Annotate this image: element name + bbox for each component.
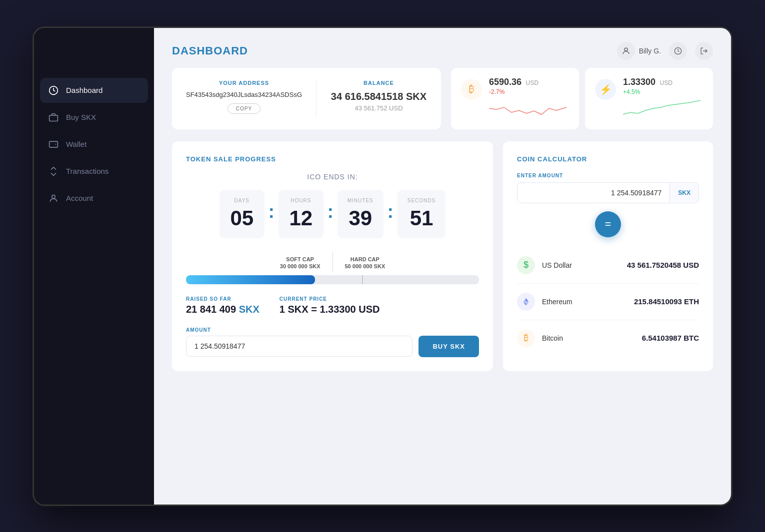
coin-calc-title: COIN CALCULATOR <box>517 155 699 163</box>
account-icon <box>48 193 59 204</box>
soft-cap-label: SOFT CAP <box>280 256 320 262</box>
ico-label: ICO ENDS IN: <box>186 173 479 181</box>
raised-value: 21 841 409 SKX <box>186 304 260 315</box>
minutes-value: 39 <box>348 206 374 230</box>
amount-input-wrap <box>186 336 412 357</box>
dashboard-icon <box>48 85 59 96</box>
separator-3: : <box>388 201 394 222</box>
enter-amount-label: ENTER AMOUNT <box>517 173 699 178</box>
soft-cap-value: 30 000 000 SKX <box>280 263 320 269</box>
address-balance-card: YOUR ADDRESS SF43543sdg2340JLsdas34234AS… <box>172 68 441 129</box>
raised-label: RAISED SO FAR <box>186 296 260 302</box>
btc-price: 6590.36 USD <box>489 77 569 87</box>
hard-cap-label: HARD CAP <box>345 256 386 262</box>
svg-rect-2 <box>50 141 58 147</box>
btc-icon: ₿ <box>461 79 482 100</box>
clock-btn[interactable] <box>669 42 687 60</box>
usd-value: 43 561.7520458 USD <box>627 261 699 269</box>
sidebar-item-wallet[interactable]: Wallet <box>40 132 148 157</box>
sidebar-item-account[interactable]: Account <box>40 186 148 211</box>
header-actions: Billy G. <box>617 42 713 60</box>
btc-currency: USD <box>526 79 538 86</box>
calc-usd-row: $ US Dollar 43 561.7520458 USD <box>517 247 699 284</box>
eth-name: Ethereum <box>542 298 627 306</box>
username: Billy G. <box>639 47 661 55</box>
progress-divider <box>362 275 363 284</box>
address-value: SF43543sdg2340JLsdas34234ASDSsG <box>186 91 302 98</box>
main-content: DASHBOARD Billy G. <box>154 28 731 505</box>
balance-skx: 34 616.5841518 SKX <box>331 91 426 102</box>
skx-currency: USD <box>660 79 672 86</box>
price-label: CURRENT PRICE <box>280 296 380 302</box>
balance-usd: 43 561.752 USD <box>330 104 427 112</box>
user-info: Billy G. <box>617 42 661 60</box>
sidebar-label-account: Account <box>66 194 93 202</box>
page-title: DASHBOARD <box>172 44 248 57</box>
coin-calculator-card: COIN CALCULATOR ENTER AMOUNT SKX = $ US … <box>503 141 713 371</box>
address-section: YOUR ADDRESS SF43543sdg2340JLsdas34234AS… <box>186 80 316 117</box>
usd-name: US Dollar <box>542 261 620 269</box>
progress-fill <box>186 275 315 284</box>
progress-area: SOFT CAP 30 000 000 SKX HARD CAP 50 000 … <box>186 252 479 284</box>
svg-point-3 <box>52 195 56 198</box>
countdown: DAYS 05 : HOURS 12 : MINUTES 39 <box>186 190 479 238</box>
skx-amount: 1.33300 <box>623 77 656 87</box>
sidebar-item-buy-skx[interactable]: Buy SKX <box>40 105 148 130</box>
separator-1: : <box>268 201 274 222</box>
usd-icon: $ <box>517 256 535 274</box>
buy-button[interactable]: BUY SKX <box>418 336 479 357</box>
btc-change: -2.7% <box>489 88 569 95</box>
buy-row: BUY SKX <box>186 336 479 357</box>
sidebar-label-dashboard: Dashboard <box>66 86 102 94</box>
calc-results: $ US Dollar 43 561.7520458 USD <box>517 247 699 356</box>
transactions-icon <box>48 166 59 177</box>
countdown-minutes: MINUTES 39 <box>338 190 384 238</box>
svg-point-4 <box>624 48 628 51</box>
copy-button[interactable]: COPY <box>228 103 260 114</box>
balance-label: BALANCE <box>330 80 427 86</box>
btc-name: Bitcoin <box>542 334 635 342</box>
sidebar-item-dashboard[interactable]: Dashboard <box>40 78 148 103</box>
device-frame: Dashboard Buy SKX <box>32 26 732 506</box>
sidebar: Dashboard Buy SKX <box>34 28 154 505</box>
calc-eth-row: Ethereum 215.84510093 ETH <box>517 284 699 320</box>
logout-btn[interactable] <box>695 42 713 60</box>
separator-2: : <box>328 201 334 222</box>
amount-label: AMOUNT <box>186 327 479 333</box>
countdown-days: DAYS 05 <box>220 190 264 238</box>
calc-input-row: SKX <box>517 182 699 203</box>
progress-bar <box>186 275 479 284</box>
stats-row: RAISED SO FAR 21 841 409 SKX CURRENT PRI… <box>186 296 479 315</box>
price-cards: ₿ 6590.36 USD -2.7% <box>451 68 713 129</box>
wallet-icon <box>48 139 59 150</box>
sidebar-label-buy-skx: Buy SKX <box>66 113 96 121</box>
skx-icon: ⚡ <box>595 79 616 100</box>
calc-currency: SKX <box>670 183 698 202</box>
sidebar-nav: Dashboard Buy SKX <box>34 78 154 211</box>
eth-value: 215.84510093 ETH <box>634 297 699 306</box>
price-stat: CURRENT PRICE 1 SKX = 1.33300 USD <box>280 296 380 315</box>
seconds-value: 51 <box>408 206 436 230</box>
hours-value: 12 <box>288 206 314 230</box>
calc-btc-row: ₿ Bitcoin 6.54103987 BTC <box>517 320 699 356</box>
sidebar-item-transactions[interactable]: Transactions <box>40 159 148 184</box>
calc-input[interactable] <box>518 183 670 203</box>
header: DASHBOARD Billy G. <box>154 28 731 68</box>
top-row: YOUR ADDRESS SF43543sdg2340JLsdas34234AS… <box>172 68 713 129</box>
soft-cap: SOFT CAP 30 000 000 SKX <box>268 252 333 272</box>
token-sale-title: TOKEN SALE PROGRESS <box>186 155 479 163</box>
content-area: YOUR ADDRESS SF43543sdg2340JLsdas34234AS… <box>154 68 731 505</box>
btc-value: 6.54103987 BTC <box>642 334 699 342</box>
price-value: 1 SKX = 1.33300 USD <box>280 304 380 315</box>
balance-value: 34 616.5841518 SKX <box>330 91 427 102</box>
skx-price-card: ⚡ 1.33300 USD +4.5% <box>585 68 713 129</box>
user-avatar-btn[interactable] <box>617 42 635 60</box>
progress-caps: SOFT CAP 30 000 000 SKX HARD CAP 50 000 … <box>186 252 479 272</box>
skx-price: 1.33300 USD <box>623 77 703 87</box>
skx-change: +4.5% <box>623 88 703 95</box>
btc-price-card: ₿ 6590.36 USD -2.7% <box>451 68 579 129</box>
equals-button[interactable]: = <box>595 211 621 237</box>
days-label: DAYS <box>230 198 254 203</box>
minutes-label: MINUTES <box>348 198 374 203</box>
amount-input[interactable] <box>186 336 412 357</box>
